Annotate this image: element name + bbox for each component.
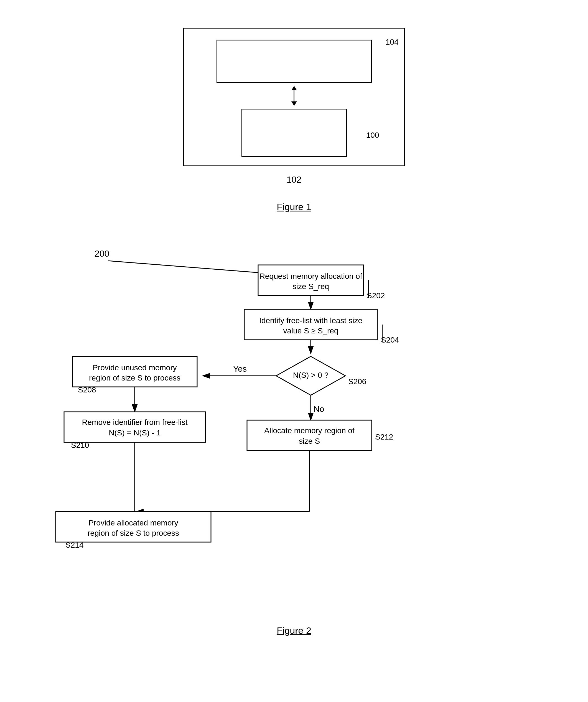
label-104: 104 (386, 38, 399, 46)
flowchart-svg: 200 Request memory allocation of size S_… (17, 229, 571, 611)
label-100: 100 (366, 131, 379, 140)
s214-text-line2: region of size S to process (88, 529, 179, 538)
s214-ref: S214 (66, 541, 83, 549)
figure2-diagram: 200 Request memory allocation of size S_… (17, 229, 571, 617)
page: 104 100 102 Figure 1 200 (0, 0, 588, 702)
s212-text-line2: size S (299, 437, 320, 445)
fig1-inner-top-box: 104 (216, 40, 372, 83)
s206-ref: S206 (348, 377, 366, 386)
no-label: No (313, 404, 324, 414)
arrow-vertical-line (294, 90, 294, 101)
figure1-caption: Figure 1 (17, 202, 571, 212)
s202-text-line2: size S_req (292, 282, 329, 291)
s214-text-line1: Provide allocated memory (88, 518, 178, 527)
s202-text-line1: Request memory allocation of (259, 272, 362, 280)
s204-text-line1: Identify free-list with least size (259, 316, 362, 325)
s208-ref: S208 (78, 385, 96, 394)
s210-text-line2: N(S) = N(S) - 1 (109, 429, 161, 437)
s210-ref: S210 (71, 441, 89, 450)
s212-box (247, 420, 372, 451)
ref200-arrow (108, 261, 267, 273)
yes-label: Yes (233, 364, 247, 373)
s212-ref: S212 (375, 433, 393, 441)
s210-text-line1: Remove identifier from free-list (82, 418, 187, 427)
s208-text-line2: region of size S to process (89, 374, 181, 382)
arrow-down-head (291, 101, 297, 106)
s202-ref: S202 (367, 291, 385, 300)
s212-text-line1: Allocate memory region of (264, 426, 354, 435)
s206-text: N(S) > 0 ? (293, 371, 328, 379)
s204-ref: S204 (381, 336, 399, 344)
figure2-caption: Figure 2 (17, 625, 571, 636)
ref-200-label: 200 (95, 249, 109, 259)
s208-text-line1: Provide unused memory (93, 363, 177, 372)
fig1-arrow (291, 86, 297, 106)
fig1-outer-container: 104 100 (183, 28, 405, 166)
s204-text-line2: value S ≥ S_req (283, 327, 338, 335)
s210-box (64, 412, 205, 442)
fig1-inner-bottom-box: 100 (241, 109, 347, 157)
label-102: 102 (287, 174, 301, 185)
arrow-up-head (291, 86, 297, 90)
figure1-diagram: 104 100 102 (17, 28, 571, 185)
